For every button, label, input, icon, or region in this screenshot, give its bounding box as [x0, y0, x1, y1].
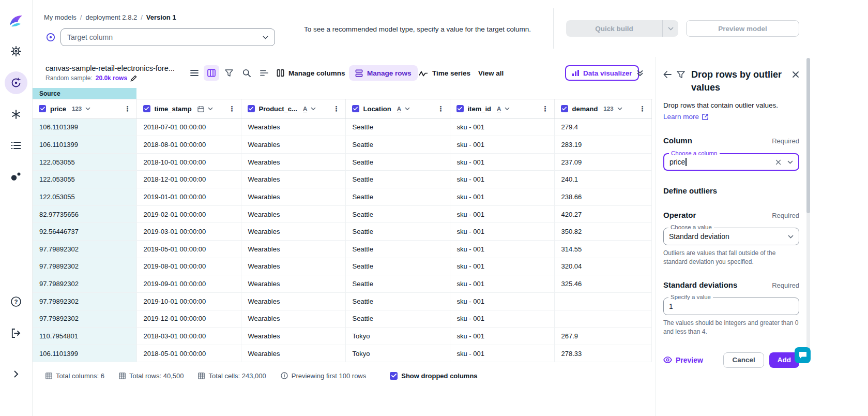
time-series-button[interactable]: Time series	[419, 69, 470, 77]
column-checkbox[interactable]	[561, 105, 568, 112]
source-tab[interactable]: Source	[33, 88, 136, 99]
topbar-divider	[553, 8, 554, 49]
cell: 325.46	[554, 275, 651, 293]
column-name: item_id	[468, 105, 492, 113]
edit-sample-icon[interactable]	[130, 75, 137, 82]
column-combobox[interactable]: Choose a column price	[663, 153, 799, 171]
cancel-button[interactable]: Cancel	[723, 352, 764, 368]
sidebar-expand-toggle[interactable]	[6, 364, 26, 384]
cell: 110.7954801	[33, 328, 136, 345]
breadcrumb-my-models[interactable]: My models	[44, 13, 77, 21]
column-menu-icon[interactable]: ⋮	[541, 105, 550, 113]
manage-rows-button[interactable]: Manage rows	[349, 65, 418, 81]
column-checkbox[interactable]	[456, 105, 464, 112]
cell: sku - 001	[450, 171, 554, 188]
breadcrumb-deployment[interactable]: deployment 2.8.2	[85, 13, 137, 21]
column-menu-icon[interactable]: ⋮	[332, 105, 341, 113]
chevron-down-icon[interactable]	[788, 235, 794, 239]
preview-link[interactable]: Preview	[663, 356, 703, 364]
sparkle-icon	[11, 109, 21, 120]
row-view-icon[interactable]	[187, 65, 202, 81]
back-icon[interactable]	[663, 71, 672, 78]
random-sample-value[interactable]: 20.0k rows	[96, 75, 127, 82]
column-header-price[interactable]: price123⋮	[33, 99, 136, 118]
cell: 2019-01-01 00:00:00	[136, 188, 241, 206]
chevron-down-icon[interactable]	[505, 107, 510, 110]
cell: sku - 001	[450, 136, 554, 154]
preview-model-button[interactable]: Preview model	[686, 20, 799, 37]
sidebar-item-datasets[interactable]	[6, 135, 26, 156]
quick-build-caret-icon[interactable]	[662, 20, 678, 37]
column-checkbox[interactable]	[248, 105, 255, 112]
std-dev-input[interactable]: Specify a value 1	[663, 298, 799, 315]
cell: 2019-12-01 00:00:00	[136, 310, 241, 328]
collapse-toolbar-icon[interactable]	[632, 65, 648, 81]
cell: 2019-02-01 00:00:00	[136, 205, 241, 223]
clear-icon[interactable]	[775, 159, 781, 165]
chat-button[interactable]	[795, 347, 811, 363]
filter-icon[interactable]	[221, 65, 237, 81]
show-dropped-checkbox[interactable]	[390, 372, 398, 380]
manage-columns-button[interactable]: Manage columns	[277, 69, 345, 77]
column-header-demand[interactable]: demand123⋮	[554, 99, 651, 118]
sidebar-item-logout[interactable]	[6, 323, 26, 344]
column-header-item-id[interactable]: item_idA⋮	[450, 99, 554, 118]
chevron-down-icon[interactable]	[311, 107, 316, 110]
column-menu-icon[interactable]: ⋮	[227, 105, 237, 113]
column-type-icon: A	[303, 106, 307, 112]
show-dropped-columns-toggle[interactable]: Show dropped columns	[390, 372, 477, 380]
column-name: demand	[572, 105, 598, 113]
preview-label: Preview	[676, 356, 703, 364]
chevron-down-icon[interactable]	[617, 107, 622, 110]
cell: Wearables	[241, 205, 345, 223]
scrollbar-thumb[interactable]	[806, 58, 810, 213]
column-type-icon	[197, 106, 204, 112]
sort-list-icon[interactable]	[256, 65, 272, 81]
column-checkbox[interactable]	[39, 105, 46, 112]
cell: 122.053055	[33, 153, 136, 171]
operator-select[interactable]: Choose a value Standard deviation	[663, 228, 799, 245]
column-checkbox[interactable]	[143, 105, 150, 112]
chart-icon	[572, 69, 580, 77]
sidebar-item-ready-models[interactable]	[6, 104, 26, 125]
cell: Wearables	[241, 153, 345, 171]
column-menu-icon[interactable]: ⋮	[123, 105, 132, 113]
source-strip: Source	[33, 88, 652, 99]
operator-floating-label: Choose a value	[668, 224, 714, 230]
cell: 97.79892302	[33, 258, 136, 275]
column-menu-icon[interactable]: ⋮	[638, 105, 647, 113]
chevron-down-icon[interactable]	[405, 107, 410, 110]
sidebar-item-automations[interactable]	[6, 166, 26, 187]
chevron-down-icon[interactable]	[208, 107, 213, 110]
quick-build-button[interactable]: Quick build	[566, 20, 678, 37]
table-row: 82.977356562019-02-01 00:00:00WearablesS…	[33, 205, 651, 223]
cell: Wearables	[241, 328, 345, 345]
svg-text:?: ?	[14, 299, 18, 305]
chevron-down-icon[interactable]	[787, 160, 793, 164]
view-all-button[interactable]: View all	[478, 69, 504, 77]
cell: Seattle	[345, 223, 450, 241]
column-view-icon[interactable]	[204, 65, 219, 81]
learn-more-link[interactable]: Learn more	[663, 113, 708, 121]
column-header-time-stamp[interactable]: time_stamp⋮	[136, 99, 241, 118]
close-icon[interactable]	[792, 71, 799, 78]
statusbar: Total columns: 6 Total rows: 40,500 Tota…	[33, 363, 653, 389]
panel-scrollbar[interactable]	[806, 58, 810, 356]
chevron-down-icon[interactable]	[85, 107, 90, 110]
search-icon[interactable]	[239, 65, 254, 81]
table-row: 122.0530552018-12-01 00:00:00WearablesSe…	[33, 171, 651, 188]
canvas-logo[interactable]	[6, 10, 26, 31]
define-outliers-heading: Define outliers	[663, 186, 799, 195]
data-visualizer-button[interactable]: Data visualizer	[565, 65, 639, 81]
logout-icon	[11, 328, 21, 338]
sidebar-item-build[interactable]	[6, 41, 26, 62]
column-menu-icon[interactable]: ⋮	[436, 105, 446, 113]
sidebar-item-help[interactable]: ?	[6, 291, 26, 312]
required-label: Required	[772, 212, 799, 219]
column-header-product-c[interactable]: Product_c...A⋮	[241, 99, 345, 118]
column-header-location[interactable]: LocationA⋮	[345, 99, 450, 118]
cell: sku - 001	[450, 153, 554, 171]
sidebar-item-models-active[interactable]	[5, 71, 27, 94]
target-column-select[interactable]: Target column	[60, 28, 275, 46]
column-checkbox[interactable]	[352, 105, 359, 112]
